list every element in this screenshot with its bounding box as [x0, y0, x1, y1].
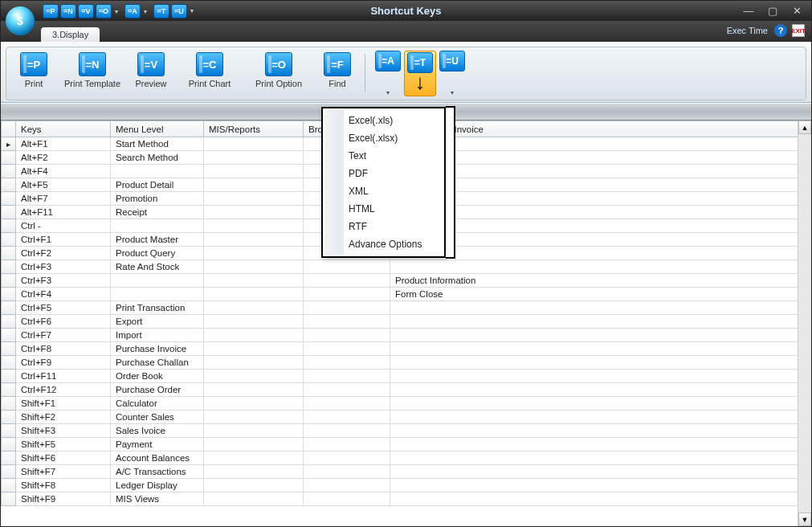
chevron-down-icon[interactable]: ▾: [451, 89, 454, 96]
close-button[interactable]: ✕: [787, 4, 806, 18]
table-row[interactable]: Ctrl+F5Print Transaction: [2, 301, 811, 315]
ribbon-find-button[interactable]: =FFind: [313, 51, 361, 90]
vertical-scrollbar[interactable]: ▲ ▼: [798, 121, 811, 526]
cell-keys: Shift+F3: [16, 424, 111, 438]
cell-menu: Rate And Stock: [111, 260, 204, 274]
ribbon-print-template-button[interactable]: =NPrint Template: [58, 51, 127, 90]
ribbon-print-chart-button[interactable]: =CPrint Chart: [175, 51, 244, 90]
dropdown-item-excel-xls-[interactable]: Excel(.xls): [323, 112, 444, 129]
table-row[interactable]: Shift+F5Payment: [2, 438, 811, 451]
exit-button[interactable]: EXIT: [792, 24, 805, 37]
ribbon-p-icon: =P: [20, 52, 47, 76]
quick-access-a-icon[interactable]: =A: [124, 4, 141, 18]
table-row[interactable]: Ctrl+F4Form Close: [2, 288, 811, 301]
cell-keys: Ctrl+F5: [16, 301, 111, 315]
table-row[interactable]: Shift+F8Ledger Display: [2, 479, 811, 492]
row-header: [2, 492, 16, 506]
cell-keys: Ctrl+F11: [16, 370, 111, 383]
chevron-down-icon[interactable]: ▾: [386, 89, 390, 96]
app-logo-icon[interactable]: $: [6, 6, 35, 35]
ribbon-u-icon: =U: [439, 51, 465, 71]
cell-mis: [204, 397, 304, 411]
ribbon-label: Find: [328, 79, 345, 88]
table-row[interactable]: Ctrl+F8Purchase Invoice: [2, 342, 811, 356]
row-header: [2, 288, 16, 301]
table-row[interactable]: Ctrl+F11Order Book: [2, 370, 811, 383]
qa-drop-icon[interactable]: ▾: [142, 5, 149, 19]
cell-pi: [390, 411, 811, 424]
cell-menu: Account Balances: [111, 451, 204, 465]
table-row[interactable]: Ctrl+F12Purchase Order: [2, 383, 811, 397]
table-row[interactable]: Ctrl+F6Export: [2, 315, 811, 329]
cell-menu: Sales Ivoice: [111, 424, 204, 438]
cell-browse: [304, 329, 390, 342]
table-row[interactable]: Shift+F6Account Balances: [2, 451, 811, 465]
row-header: [2, 411, 16, 424]
row-header: [2, 356, 16, 370]
table-row[interactable]: Shift+F9MIS Views: [2, 492, 811, 506]
col-mis-reports[interactable]: MIS/Reports: [204, 121, 304, 137]
ribbon-small-a-button[interactable]: =A▾: [372, 51, 404, 96]
minimize-button[interactable]: —: [739, 4, 758, 18]
table-row[interactable]: Shift+F3Sales Ivoice: [2, 424, 811, 438]
cell-menu: Calculator: [111, 397, 204, 411]
ribbon-preview-button[interactable]: =VPreview: [127, 51, 175, 90]
col-menu-level[interactable]: Menu Level: [111, 121, 204, 137]
cell-menu: Counter Sales: [111, 411, 204, 424]
col-keys[interactable]: Keys: [16, 121, 111, 137]
table-row[interactable]: Ctrl+F3Product Information: [2, 274, 811, 288]
cell-menu: Product Master: [111, 233, 204, 247]
row-header: [2, 301, 16, 315]
cell-mis: [204, 479, 304, 492]
ribbon-t-icon: =T: [407, 52, 433, 73]
cell-mis: [204, 438, 304, 451]
table-row[interactable]: Ctrl+F9Purchase Challan: [2, 356, 811, 370]
ribbon-small-t-button[interactable]: =T↓: [404, 51, 436, 96]
qa-drop-icon[interactable]: ▾: [113, 5, 120, 19]
cell-keys: Alt+F4: [16, 165, 111, 178]
dropdown-item-rtf[interactable]: RTF: [323, 218, 444, 235]
cell-mis: [204, 411, 304, 424]
dropdown-item-advance-options[interactable]: Advance Options: [323, 235, 444, 253]
cell-pi: [390, 465, 811, 479]
dropdown-item-pdf[interactable]: PDF: [323, 165, 444, 182]
table-row[interactable]: Shift+F1Calculator: [2, 397, 811, 411]
tab-display[interactable]: 3.Display: [41, 27, 100, 42]
cell-menu: Import: [111, 329, 204, 342]
help-icon[interactable]: ?: [774, 24, 787, 37]
row-header: [2, 397, 16, 411]
cell-menu: Receipt: [111, 206, 204, 219]
ribbon-print-option-button[interactable]: =OPrint Option: [244, 51, 313, 90]
quick-access-p-icon[interactable]: =P: [43, 4, 59, 18]
dropdown-item-excel-xlsx-[interactable]: Excel(.xlsx): [323, 129, 444, 147]
table-row[interactable]: Ctrl+F7Import: [2, 329, 811, 342]
cell-menu: Purchase Challan: [111, 356, 204, 370]
table-row[interactable]: Shift+F2Counter Sales: [2, 411, 811, 424]
table-row[interactable]: Ctrl+F3Rate And Stock: [2, 260, 811, 274]
cell-keys: Ctrl+F3: [16, 260, 111, 274]
quick-access-t-icon[interactable]: =T: [153, 4, 169, 18]
quick-access-u-icon[interactable]: =U: [171, 4, 187, 18]
dropdown-item-text[interactable]: Text: [323, 147, 444, 165]
quick-access-n-icon[interactable]: =N: [60, 4, 76, 18]
scroll-up-icon[interactable]: ▲: [798, 121, 811, 134]
row-header: [2, 206, 16, 219]
table-row[interactable]: Shift+F7A/C Transactions: [2, 465, 811, 479]
quick-access-v-icon[interactable]: =V: [78, 4, 94, 18]
maximize-button[interactable]: ▢: [763, 4, 782, 18]
ribbon-label: Print Option: [255, 79, 302, 88]
cell-menu: [111, 165, 204, 178]
cell-browse: [304, 492, 390, 506]
cell-browse: [304, 424, 390, 438]
dropdown-item-xml[interactable]: XML: [323, 182, 444, 200]
cell-menu: Search Method: [111, 151, 204, 165]
ribbon-small-u-button[interactable]: =U▾: [436, 51, 468, 96]
dropdown-item-html[interactable]: HTML: [323, 200, 444, 218]
ribbon-print-button[interactable]: =PPrint: [10, 51, 58, 90]
quick-access-dropdown-icon[interactable]: ▾: [189, 4, 195, 18]
cell-keys: Ctrl+F3: [16, 274, 111, 288]
cell-menu: [111, 219, 204, 233]
scroll-down-icon[interactable]: ▼: [798, 513, 811, 526]
cell-pi: [390, 260, 811, 274]
quick-access-o-icon[interactable]: =O: [96, 4, 112, 18]
